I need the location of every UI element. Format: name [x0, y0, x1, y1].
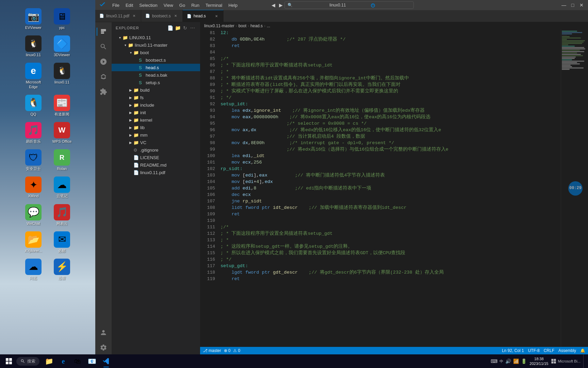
tree-license[interactable]: 📄 LICENSE — [112, 154, 200, 161]
menu-file[interactable]: File — [110, 1, 122, 9]
desktop-icon-3dviewer[interactable]: 🔷 3DViewer — [48, 33, 76, 59]
desktop-icon-wangyi[interactable]: 🎵 网易云 — [48, 202, 76, 228]
network-icon[interactable]: 📶 — [513, 358, 519, 364]
desktop-icon-anquanwei[interactable]: 🛡 安全卫士 — [20, 147, 47, 173]
tree-linux011master[interactable]: ▾ 📁 linux0.11-master — [112, 41, 200, 49]
minimize-button[interactable]: — — [560, 1, 568, 9]
timer-badge[interactable]: 00:29 — [568, 181, 583, 196]
breadcrumb-heads[interactable]: head.s — [250, 24, 263, 28]
activity-explorer[interactable] — [97, 25, 110, 39]
tab-heads[interactable]: 📄 head.s ✕ — [183, 10, 224, 22]
desktop-icon-linux011b[interactable]: 🐧 linux0.11 — [48, 61, 76, 91]
volume-icon[interactable]: 🔊 — [505, 358, 511, 364]
breadcrumb-boot[interactable]: boot — [239, 24, 246, 28]
taskbar-app-store[interactable]: 🛍 — [71, 354, 84, 368]
desktop-icon-xmind[interactable]: ✦ XMind — [20, 174, 47, 200]
tree-headsbak[interactable]: S head.s.bak — [112, 71, 200, 79]
taskbar-app-explorer[interactable]: 📁 — [42, 354, 56, 368]
tree-kernel[interactable]: ▶ 📁 kernel — [112, 116, 200, 124]
desktop-icon-rolan[interactable]: R Rolan — [48, 147, 76, 173]
desktop-icon-biyou[interactable]: ✉ 必邮 — [48, 229, 76, 255]
nav-forward-button[interactable]: ▶ — [277, 1, 284, 9]
menu-help[interactable]: Help — [226, 1, 240, 9]
desktop-icon-ypc[interactable]: 🖥 ypc — [48, 6, 76, 32]
menu-edit[interactable]: Edit — [123, 1, 136, 9]
tree-boot[interactable]: ▾ 📁 boot — [112, 49, 200, 56]
statusbar-encoding[interactable]: UTF-8 — [528, 348, 540, 353]
activity-accounts[interactable] — [97, 326, 110, 339]
show-desktop-button[interactable] — [583, 354, 585, 368]
code-editor[interactable]: 81 82 83 84 85 86 87 88 89 90 91 92 93 9… — [200, 30, 588, 347]
taskbar-app-edge[interactable]: e — [56, 354, 70, 368]
activity-search[interactable] — [97, 40, 110, 53]
maximize-button[interactable]: □ — [569, 1, 576, 9]
statusbar-notifications[interactable]: 🔔 — [580, 348, 585, 353]
desktop-icon-yunbiji[interactable]: ☁ 云笔记 — [48, 174, 76, 200]
tree-init[interactable]: ▶ 📁 init — [112, 109, 200, 116]
taskbar-app-mail[interactable]: 📧 — [85, 354, 99, 368]
desktop-icon-evviewer[interactable]: 📷 EVViewer — [20, 6, 47, 32]
desktop-icon-yunpan[interactable]: ☁ 问迟 — [20, 257, 47, 282]
new-file-button[interactable]: 📄 — [167, 25, 174, 31]
desktop-icon-wps[interactable]: W WPS Office — [48, 120, 76, 146]
keyboard-icon[interactable]: ⌨ — [491, 358, 497, 364]
breadcrumb-dots[interactable]: ... — [267, 24, 270, 28]
code-content[interactable]: l2: db 0DBh,0E4h ;/* 287 浮点协处理器 */ ret ;… — [218, 30, 561, 347]
nav-back-button[interactable]: ◀ — [270, 1, 277, 9]
tree-lib[interactable]: ▶ 📁 lib — [112, 124, 200, 131]
menu-go[interactable]: Go — [177, 1, 188, 9]
tree-bootsects[interactable]: S bootsect.s — [112, 56, 200, 64]
tree-gitignore[interactable]: ⚙ .gitignore — [112, 146, 200, 154]
tree-pdf[interactable]: 📄 linux0.11.pdf — [112, 169, 200, 176]
activity-extensions[interactable] — [97, 85, 110, 98]
tab-close-bootsects[interactable]: ✕ — [173, 13, 178, 19]
tree-include[interactable]: ▶ 📁 include — [112, 101, 200, 109]
tree-setups[interactable]: S setup.s — [112, 79, 200, 86]
desktop-icon-weixin[interactable]: 💬 WeChat — [20, 202, 47, 228]
menu-terminal[interactable]: Terminal — [203, 1, 225, 9]
activity-git[interactable] — [97, 55, 110, 68]
statusbar-warnings[interactable]: ⚠ 0 — [233, 348, 240, 353]
tab-close-heads[interactable]: ✕ — [214, 13, 219, 19]
tree-mm[interactable]: ▶ 📁 mm — [112, 131, 200, 139]
desktop-icon-news[interactable]: 📰 有道新闻 — [48, 93, 76, 119]
statusbar-language[interactable]: Assembly — [558, 348, 576, 353]
menu-selection[interactable]: Selection — [136, 1, 160, 9]
taskbar-search[interactable]: 搜索 — [16, 357, 39, 366]
close-button[interactable]: ✕ — [578, 1, 585, 9]
tree-heads[interactable]: S head.s — [112, 64, 200, 71]
collapse-all-button[interactable]: ⋯ — [190, 25, 196, 31]
statusbar-errors[interactable]: ⊗ 0 — [224, 348, 231, 353]
start-button[interactable] — [3, 355, 15, 367]
tab-close-linux011pdf[interactable]: ✕ — [131, 13, 137, 19]
menu-run[interactable]: Run — [189, 1, 202, 9]
tab-bootsects[interactable]: 📄 bootsect.s ✕ — [141, 10, 183, 22]
taskbar-clock[interactable]: 18:38 2023/11/15 — [529, 356, 548, 366]
desktop-icon-music[interactable]: 🎵 易听音乐 — [20, 120, 47, 146]
desktop-icon-qq[interactable]: 🐧 QQ — [20, 93, 47, 119]
tree-root[interactable]: ▾ 📁 LINUX0.11 — [112, 34, 200, 41]
desktop-icon-sd[interactable]: ⚡ 迅雷 — [48, 257, 76, 282]
new-folder-button[interactable]: 📁 — [175, 25, 181, 31]
desktop-icon-xplorer[interactable]: 📂 XYplorer... — [20, 229, 47, 255]
activity-debug[interactable] — [97, 70, 110, 83]
desktop-icon-linux011[interactable]: 🐧 linux0.11 — [20, 33, 47, 59]
ime-label[interactable]: 中 — [500, 359, 503, 364]
taskbar-app-vscode[interactable] — [99, 354, 113, 368]
breadcrumb-root[interactable]: linux0.11-master — [204, 24, 234, 28]
statusbar-eol[interactable]: CRLF — [544, 348, 554, 353]
tree-fs[interactable]: ▶ 📁 fs — [112, 94, 200, 101]
statusbar-branch[interactable]: ⎇ master — [203, 348, 221, 353]
refresh-button[interactable]: ↻ — [182, 25, 189, 31]
desktop-icon-edge[interactable]: e Microsoft Edge — [20, 61, 47, 91]
tree-build[interactable]: ▶ 📁 build — [112, 86, 200, 94]
editor-area[interactable]: 81 82 83 84 85 86 87 88 89 90 91 92 93 9… — [200, 30, 588, 347]
battery-icon[interactable]: 🔋 — [521, 358, 527, 364]
statusbar-cursor[interactable]: Ln 92, Col 1 — [502, 348, 524, 353]
activity-settings[interactable] — [97, 341, 110, 354]
tree-vc[interactable]: ▶ 📁 VC — [112, 139, 200, 146]
title-search[interactable]: 🔍 linux0.11 — [284, 1, 414, 9]
menu-view[interactable]: View — [161, 1, 176, 9]
tab-linux011pdf[interactable]: 📄 linux0.11.pdf ✕ — [95, 10, 141, 22]
tree-readme[interactable]: 📄 README.md — [112, 161, 200, 169]
